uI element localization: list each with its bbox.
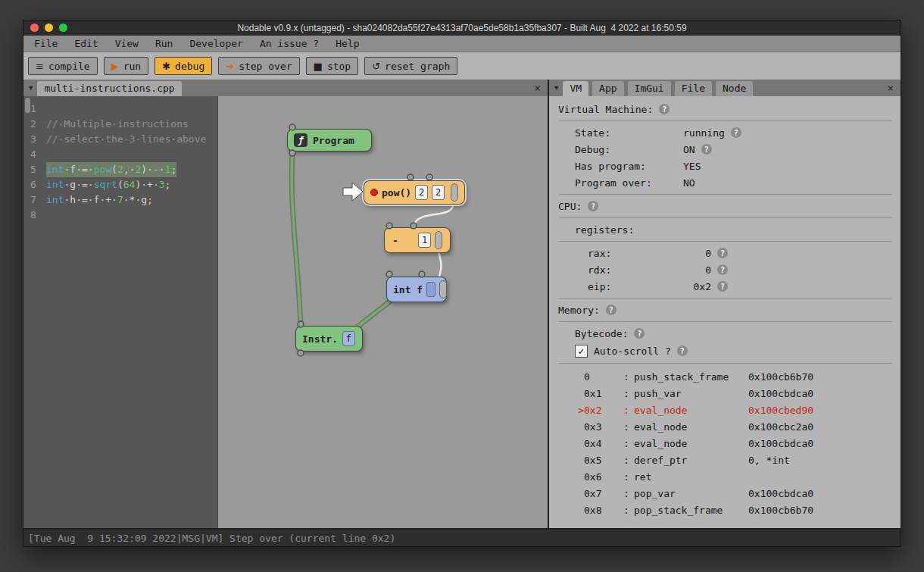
line-number: 6 [23,177,46,192]
help-icon[interactable]: ? [606,305,617,315]
help-icon[interactable]: ? [659,104,670,114]
line-number: 7 [23,192,46,208]
tab-imgui[interactable]: ImGui [628,81,671,96]
collapse-arrow-icon[interactable]: ▼ [551,84,563,92]
program-icon: ƒ [294,133,307,147]
menu-view[interactable]: View [107,36,147,52]
separator [558,241,891,242]
line-number: 5 [23,162,46,177]
graph-node-program[interactable]: ƒ Program [287,129,372,152]
stop-icon: ■ [314,61,323,71]
bytecode-row: 0x6:ret [558,468,891,485]
bytecode-row: 0x7:pop_var0x100cbdca0 [558,485,891,502]
help-icon[interactable]: ? [677,345,688,356]
reset-graph-button[interactable]: ↺ reset graph [364,57,457,75]
eip-value: 0x2 [632,281,711,292]
tab-node[interactable]: Node [716,81,753,96]
pow-node-label: pow() [382,187,411,198]
tab-vm[interactable]: VM [563,81,588,96]
close-icon[interactable]: × [528,82,548,94]
code-editor[interactable]: 1 2 //·Multiple·instructions 3 //·select… [23,96,217,528]
line-number: 4 [23,147,46,162]
vm-program-over-value: NO [683,177,695,189]
menu-developer[interactable]: Developer [181,36,251,52]
code-line[interactable]: 1 [23,102,217,117]
graph-wires [218,96,548,528]
bytecode-row: 0x5:deref_ptr0, *int [558,452,891,468]
pow-output-handle[interactable] [451,183,458,202]
file-content: 1 2 //·Multiple·instructions 3 //·select… [23,96,548,528]
code-line[interactable]: 4 [23,147,217,162]
node-connectors[interactable] [218,96,548,528]
graph-node-instr[interactable]: Instr. f [295,326,363,352]
code-line[interactable]: 5 int·f·=·pow(2,·2)·-·1; [23,162,217,177]
pow-input-1[interactable]: 2 [415,185,428,200]
close-traffic-light[interactable] [30,23,39,32]
code-text-selected: int·f·=·pow(2,·2)·-·1; [46,162,176,177]
pow-input-2[interactable]: 2 [432,185,445,200]
step-over-label: step over [239,61,292,72]
code-line[interactable]: 8 [23,208,217,223]
code-line[interactable]: 6 int·g·=·sqrt(64)·+·3; [23,177,217,192]
step-over-button[interactable]: ➔ step over [218,57,299,75]
code-line[interactable]: 3 //·select·the·3·lines·above [23,132,217,147]
tab-file[interactable]: File [675,81,712,96]
vm-state-value: running [683,127,725,139]
play-icon: ▶ [111,61,119,71]
vm-state-row: State: running ? [558,124,891,141]
code-line[interactable]: 7 int·h·=·f·+·7·*·g; [23,192,217,208]
run-button[interactable]: ▶ run [104,57,148,75]
menu-file[interactable]: File [26,36,66,52]
close-icon[interactable]: × [881,82,901,94]
traffic-lights [30,23,67,32]
int-f-node-label: int f [393,284,423,295]
minus-input-1[interactable]: 1 [418,233,431,248]
help-icon[interactable]: ? [717,248,728,258]
menu-run[interactable]: Run [147,36,181,52]
vm-has-program-value: YES [683,161,701,172]
memory-heading: Memory: ? [558,302,891,318]
node-graph[interactable]: ƒ Program pow() 2 2 - 1 [217,96,548,528]
int-f-value-box[interactable] [426,282,435,297]
menubar: File Edit View Run Developer An issue ? … [23,36,901,52]
code-line[interactable]: 2 //·Multiple·instructions [23,117,217,132]
help-icon[interactable]: ? [588,201,598,211]
menu-help[interactable]: Help [327,36,367,52]
debug-label: debug [175,61,204,72]
int-f-output-handle[interactable] [439,280,447,299]
graph-node-int-f[interactable]: int f [386,277,447,302]
compile-button[interactable]: ≡ compile [28,57,98,75]
menu-edit[interactable]: Edit [66,36,106,52]
debug-button[interactable]: ✱ debug [155,57,212,75]
zoom-traffic-light[interactable] [59,23,67,32]
menu-an-issue[interactable]: An issue ? [251,36,327,52]
autoscroll-checkbox[interactable]: ✓ [575,345,588,358]
minus-output-handle[interactable] [435,231,442,249]
rax-value: 0 [632,248,711,259]
rdx-value: 0 [632,264,711,276]
help-icon[interactable]: ? [634,328,645,339]
tab-app[interactable]: App [592,81,623,96]
minimize-traffic-light[interactable] [45,23,53,32]
stop-button[interactable]: ■ stop [306,57,359,75]
tab-file[interactable]: multi-instructions.cpp [37,81,181,96]
vm-program-over-row: Program over: NO [558,174,891,191]
code-text: //·Multiple·instructions [46,117,189,132]
editor-scrollbar[interactable] [25,98,30,113]
titlebar: Nodable v0.9.x (untagged) - sha024082da5… [23,20,901,36]
graph-node-pow[interactable]: pow() 2 2 [364,180,465,205]
help-icon[interactable]: ? [701,144,712,155]
debug-tabbar: ▼ VM App ImGui File Node × [549,80,901,96]
help-icon[interactable]: ? [731,127,741,138]
line-number: 2 [23,117,46,132]
arrow-right-icon: ➔ [226,61,234,71]
main-area: ▼ multi-instructions.cpp × 1 2 //·Multip… [23,80,901,528]
collapse-arrow-icon[interactable]: ▼ [25,84,37,92]
help-icon[interactable]: ? [717,281,728,292]
separator [558,298,891,299]
instr-input-f[interactable]: f [342,331,355,346]
graph-node-minus[interactable]: - 1 [384,227,451,253]
help-icon[interactable]: ? [717,264,728,275]
toolbar: ≡ compile ▶ run ✱ debug ➔ step over ■ st… [23,52,901,80]
stop-label: stop [327,61,351,72]
